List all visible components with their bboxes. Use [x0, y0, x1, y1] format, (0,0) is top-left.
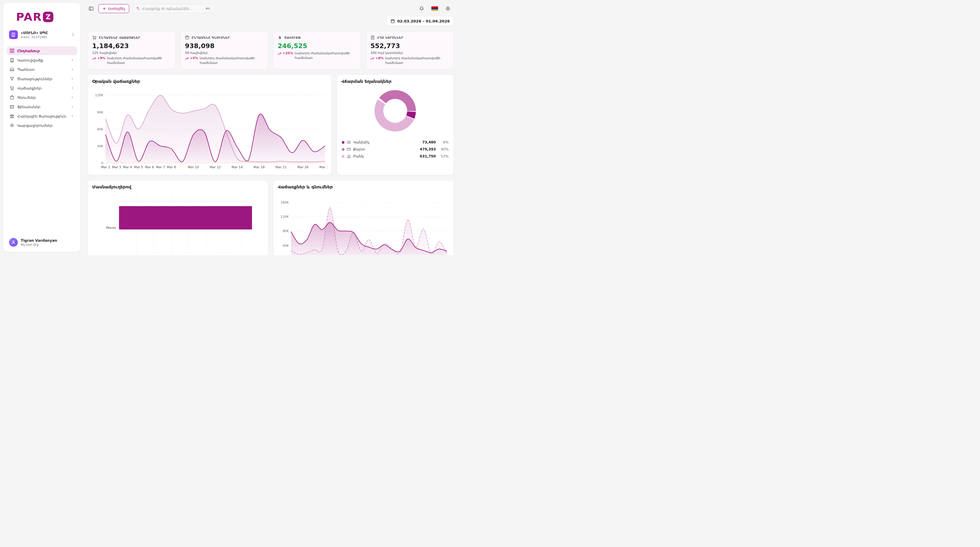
legend-value: 631,750 [420, 154, 436, 158]
stat-value: 1,184,623 [92, 42, 171, 49]
dollar-icon: $ [278, 35, 282, 40]
sidebar-item-tax-service[interactable]: Հարկային ծառայություն [7, 112, 77, 121]
svg-text:Monte: Monte [106, 226, 116, 230]
grid-icon [10, 48, 14, 53]
warehouse-icon [10, 67, 14, 72]
main-content: Ստեղծել Հարցրեք AI օգնականին... ⌘K [88, 0, 454, 255]
sidebar-item-warehouse[interactable]: Պահեստ [7, 65, 77, 74]
date-range-picker[interactable]: 02.03.2026 – 01.04.2026 [387, 16, 454, 26]
card-icon [347, 147, 351, 151]
sidebar-item-label: Գնումներ [17, 95, 36, 100]
org-name: «ՄՈՒՆՈ» ՍՊԸ [21, 30, 68, 35]
chevron-right-icon [71, 95, 74, 99]
sidebar-item-structure[interactable]: Կառուցվածք [7, 56, 77, 64]
chevron-right-icon [71, 58, 74, 62]
avatar [9, 238, 18, 246]
package-icon [185, 35, 189, 40]
svg-text:Mar 18: Mar 18 [253, 165, 264, 169]
legend-percent: 6% [438, 140, 449, 144]
stat-title: ԸՆԴԱՄԵՆԸ ՎԱՃԱՌՔՆԵՐ [99, 36, 140, 39]
sidebar-item-sales[interactable]: Վաճառքներ [7, 84, 77, 92]
stat-trend: +25% նախորդ ժամանակահատվածի համեմատ [278, 51, 356, 60]
svg-text:120K: 120K [281, 215, 289, 219]
ai-assistant-input[interactable]: Հարցրեք AI օգնականին... ⌘K [133, 4, 215, 13]
org-selector[interactable]: «ՄՈՒՆՈ» ՍՊԸ ՀՎՀՀ: 01371991 [7, 28, 77, 41]
stat-value: 246,525 [278, 42, 356, 49]
gear-icon [10, 123, 14, 128]
branches-card: Մասնաճյուղերով Monte [88, 180, 268, 255]
sales-purchases-chart: 40K80K120K160K [278, 191, 449, 255]
stat-card-receipts: ՀԴՄ ԿՏՐՈՆՆԵՐ 552,773 200 հդմ կտրոններ +8… [366, 31, 454, 70]
sidebar-item-settings[interactable]: Կարգավորումներ [7, 121, 77, 130]
cash-icon [347, 140, 351, 144]
topbar-actions [418, 5, 454, 12]
sidebar-item-label: Ֆինանսներ [17, 105, 40, 109]
chart-title: Մասնաճյուղերով [92, 184, 264, 189]
chevron-right-icon [71, 68, 74, 71]
bell-icon [419, 6, 424, 11]
svg-text:Mar 4: Mar 4 [123, 165, 132, 169]
chevron-right-icon [71, 77, 74, 81]
stat-subtext: 200 հդմ կտրոններ [371, 51, 449, 55]
sidebar-item-purchases[interactable]: Գնումներ [7, 93, 77, 102]
sun-icon [445, 6, 450, 11]
sidebar-item-finance[interactable]: Ֆինանսներ [7, 102, 77, 111]
cart-icon [92, 35, 97, 40]
sidebar-item-label: Կառուցվածք [17, 58, 43, 62]
logo-wordmark: PAR [16, 11, 42, 22]
sidebar-item-label: Հարկային ծառայություն [17, 114, 66, 118]
sidebar-item-label: Կարգավորումներ [17, 123, 52, 128]
svg-text:60K: 60K [97, 127, 103, 131]
payment-methods-card: Վճարման եղանակներ Կանխիկ 73,480 6% Քարտ … [337, 74, 454, 175]
svg-text:30K: 30K [97, 144, 103, 148]
svg-text:Mar 8: Mar 8 [167, 165, 176, 169]
legend-label: Բանկ [353, 154, 364, 158]
legend-color-dot [342, 148, 344, 151]
sidebar-item-general[interactable]: Ընդհանուր [7, 46, 77, 55]
stats-row: ԸՆԴԱՄԵՆԸ ՎԱՃԱՌՔՆԵՐ 1,184,623 225 հաշիվնե… [88, 31, 454, 70]
sidebar-item-label: Պահեստ [17, 67, 35, 72]
trend-description: նախորդ ժամանակահատվածի համեմատ [295, 51, 356, 60]
notifications-button[interactable] [418, 5, 425, 12]
stat-value: 938,098 [185, 42, 264, 49]
svg-text:80K: 80K [283, 229, 289, 233]
bank-icon [347, 154, 351, 158]
charts-top-row: Օրական վաճառքներ 030K60K90K120KMar 2Mar … [88, 74, 454, 175]
building-icon [10, 58, 14, 62]
legend-percent: 53% [438, 154, 449, 158]
theme-toggle-button[interactable] [444, 5, 452, 12]
sidebar-item-services[interactable]: Ծառայություններ [7, 74, 77, 83]
org-tax-id: ՀՎՀՀ: 01371991 [21, 35, 68, 39]
ai-input-placeholder: Հարցրեք AI օգնականին... [142, 6, 201, 11]
sidebar-item-label: Ընդհանուր [17, 49, 40, 53]
legend-percent: 40% [438, 147, 449, 151]
chart-title: Վճարման եղանակներ [341, 79, 449, 84]
sidebar-toggle-button[interactable] [88, 5, 95, 12]
payment-methods-donut [341, 86, 449, 135]
svg-text:Mar 2: Mar 2 [101, 165, 110, 169]
stat-trend: +9% նախորդ ժամանակահատվածի համեմատ [92, 56, 171, 65]
trend-description: նախորդ ժամանակահատվածի համեմատ [200, 56, 264, 65]
armenia-flag-icon[interactable] [431, 6, 438, 11]
legend-item-bank: Բանկ 631,750 53% [342, 154, 449, 159]
chevrons-up-down-icon [71, 33, 75, 37]
svg-text:90K: 90K [97, 110, 103, 114]
legend-value: 73,480 [422, 140, 436, 144]
sparkles-icon [135, 6, 140, 11]
create-button[interactable]: Ստեղծել [98, 4, 129, 13]
topbar: Ստեղծել Հարցրեք AI օգնականին... ⌘K [88, 0, 454, 13]
legend-item-card: Քարտ 479,393 40% [342, 147, 449, 152]
user-name: Tigran Vardanyan [21, 238, 57, 243]
charts-bottom-row: Մասնաճյուղերով Monte Վաճառքներ և գնումնե… [88, 180, 454, 255]
logo-z-badge: Z [43, 12, 53, 22]
chevron-right-icon [71, 114, 74, 118]
shopping-bag-icon [10, 95, 14, 100]
legend-color-dot [342, 141, 344, 144]
user-profile[interactable]: Tigran Vardanyan My test Org [3, 234, 81, 252]
chevron-right-icon [71, 105, 74, 108]
credit-card-icon [10, 104, 14, 109]
stat-trend: +5% նախորդ ժամանակահատվածի համեմատ [185, 56, 264, 65]
svg-text:$: $ [278, 36, 281, 40]
legend-item-cash: Կանխիկ 73,480 6% [342, 140, 449, 145]
stat-value: 552,773 [371, 42, 449, 49]
